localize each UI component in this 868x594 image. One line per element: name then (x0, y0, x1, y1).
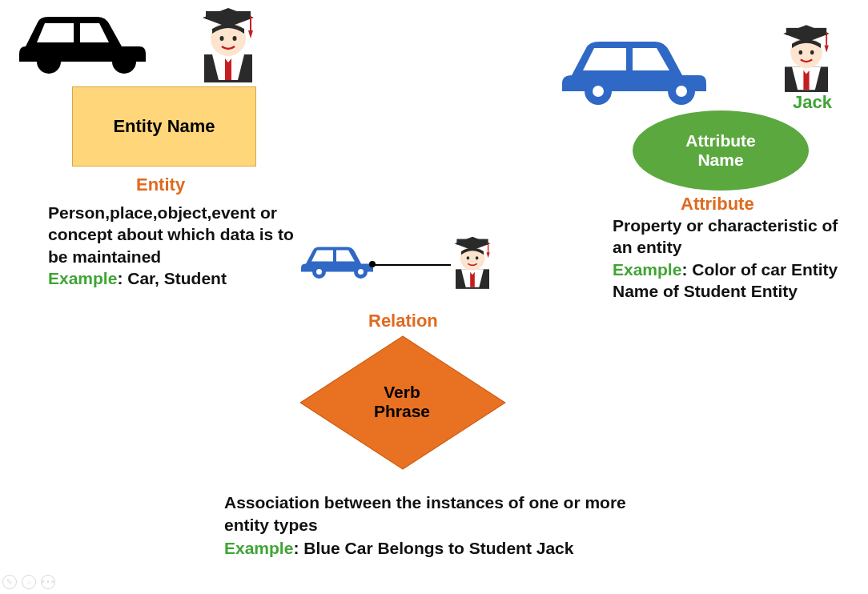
svg-rect-18 (786, 28, 826, 35)
entity-description-text: Person,place,object,event or concept abo… (48, 203, 294, 266)
relation-example-text: : Blue Car Belongs to Student Jack (293, 539, 573, 557)
svg-rect-7 (206, 11, 251, 19)
relation-diamond-label: Verb Phrase (314, 383, 490, 421)
student-graduate-icon (188, 0, 268, 87)
pen-icon[interactable]: ✎ (2, 575, 17, 589)
svg-point-5 (220, 36, 224, 41)
attribute-ellipse: Attribute Name (633, 110, 809, 191)
svg-point-16 (799, 50, 803, 54)
entity-title: Entity (136, 175, 185, 195)
relation-description: Association between the instances of one… (224, 492, 641, 560)
attribute-example-label: Example (613, 260, 681, 279)
relation-diamond-line2: Phrase (374, 402, 430, 420)
blue-car-icon (296, 239, 376, 286)
svg-rect-29 (456, 239, 488, 245)
svg-point-21 (316, 269, 322, 275)
attribute-description: Property or characteristic of an entity … (613, 215, 861, 302)
svg-point-27 (467, 256, 470, 259)
student-graduate-icon (770, 18, 842, 97)
svg-point-0 (38, 50, 60, 73)
relation-connector-dot (369, 261, 376, 267)
svg-point-1 (113, 50, 135, 73)
relation-title: Relation (368, 311, 438, 331)
svg-point-28 (476, 256, 479, 259)
svg-point-23 (358, 269, 364, 275)
entity-box-label: Entity Name (113, 116, 215, 137)
attribute-description-text: Property or characteristic of an entity (613, 216, 838, 256)
relation-diamond-line1: Verb (384, 383, 420, 401)
entity-description: Person,place,object,event or concept abo… (48, 202, 296, 289)
entity-example-text: : Car, Student (117, 269, 227, 287)
entity-rectangle: Entity Name (72, 86, 256, 167)
attribute-ellipse-label: Attribute Name (685, 131, 756, 170)
attribute-ellipse-line1: Attribute (685, 131, 756, 150)
svg-point-12 (676, 86, 687, 97)
magnify-icon[interactable]: ⌕ (22, 575, 36, 589)
relation-connector-line (372, 264, 451, 266)
blue-car-icon (553, 29, 713, 112)
svg-point-6 (233, 36, 237, 41)
bottom-toolbar: ✎ ⌕ ∘∘∘ (2, 575, 55, 589)
student-graduate-icon (444, 231, 500, 294)
more-icon[interactable]: ∘∘∘ (41, 575, 55, 589)
svg-point-17 (810, 50, 814, 54)
black-car-icon (10, 2, 154, 82)
entity-example-label: Example (48, 269, 117, 287)
attribute-ellipse-line2: Name (697, 151, 743, 169)
relation-diamond: Verb Phrase (314, 339, 490, 468)
relation-description-text: Association between the instances of one… (224, 493, 626, 534)
svg-point-10 (593, 86, 604, 97)
attribute-title: Attribute (681, 194, 754, 215)
relation-example-label: Example (224, 539, 293, 557)
